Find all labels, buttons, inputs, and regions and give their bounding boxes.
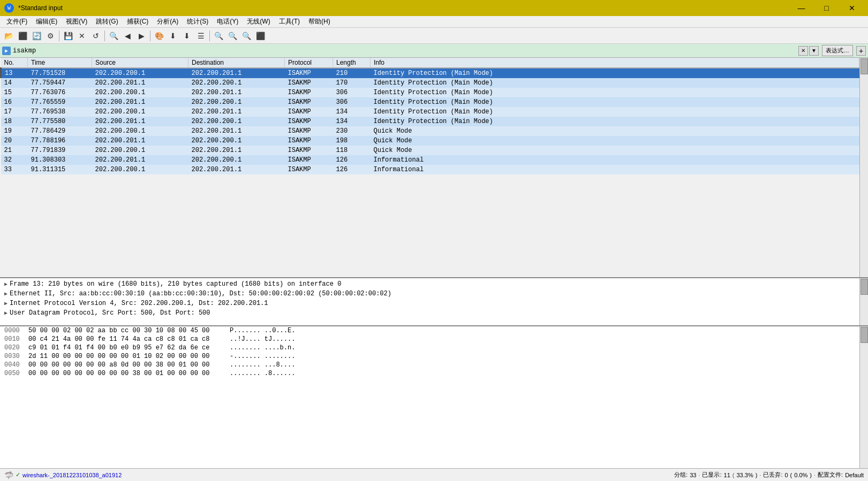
toolbar-open-button[interactable]: 📂	[2, 29, 15, 42]
table-row[interactable]: 3291.308303202.200.201.1202.200.200.1ISA…	[1, 155, 859, 165]
table-cell: 230	[333, 126, 371, 136]
table-cell: 202.200.201.1	[92, 78, 188, 88]
table-cell: 77.791839	[28, 146, 92, 155]
toolbar-save-button[interactable]: 💾	[62, 29, 74, 42]
table-cell: ISAKMP	[285, 107, 333, 117]
status-drop-pct: (	[790, 472, 792, 478]
hex-bytes: 00 00 00 00 00 00 00 a8 0d 00 00 38 00 0…	[28, 361, 221, 369]
status-sep-3: ·	[814, 472, 816, 478]
hex-offset: 0050	[4, 370, 28, 377]
minimize-button[interactable]: —	[789, 3, 813, 13]
hex-bytes: c9 01 01 f4 01 f4 00 b0 e0 b9 95 e7 62 d…	[28, 344, 221, 352]
toolbar-find-button[interactable]: 🔍	[107, 29, 120, 42]
toolbar-scroll-down2-button[interactable]: ⬇	[180, 29, 193, 42]
table-cell: 134	[333, 107, 371, 117]
menu-help[interactable]: 帮助(H)	[304, 16, 335, 27]
filter-bookmark-button[interactable]: ▼	[809, 46, 819, 56]
toolbar-close-button[interactable]: ✕	[76, 29, 88, 42]
menu-statistics[interactable]: 统计(S)	[183, 16, 213, 27]
table-row[interactable]: 1477.759447202.200.201.1202.200.200.1ISA…	[1, 78, 859, 88]
expression-button[interactable]: 表达式…	[822, 45, 853, 56]
close-button[interactable]: ✕	[840, 3, 864, 13]
table-row[interactable]: 1377.751528202.200.200.1202.200.201.1ISA…	[1, 68, 859, 78]
status-shark-icon: 🦈	[4, 471, 13, 479]
toolbar-zoom-in-button[interactable]: 🔍	[212, 29, 225, 42]
toolbar-resize-button[interactable]: ⬛	[254, 29, 267, 42]
menu-view[interactable]: 视图(V)	[62, 16, 92, 27]
toolbar-options-button[interactable]: ⚙	[44, 29, 57, 42]
status-checkmark: ✓	[16, 471, 20, 478]
status-sep-2: ·	[759, 472, 761, 478]
toolbar-restart-button[interactable]: 🔄	[30, 29, 43, 42]
toolbar-reload-button[interactable]: ↺	[89, 29, 102, 42]
table-row[interactable]: 2177.791839202.200.200.1202.200.201.1ISA…	[1, 146, 859, 155]
menu-tools[interactable]: 工具(T)	[275, 16, 304, 27]
packet-list-scrollbar[interactable]	[859, 58, 868, 277]
table-row[interactable]: 1977.786429202.200.200.1202.200.201.1ISA…	[1, 126, 859, 136]
hex-offset: 0040	[4, 361, 28, 369]
detail-scrollbar[interactable]	[859, 278, 868, 325]
packet-list-scrollbar-thumb[interactable]	[861, 58, 868, 74]
table-cell: 202.200.201.1	[188, 146, 285, 155]
filter-bar: ▶ ✕ ▼ 表达式… +	[0, 44, 868, 58]
col-header-source: Source	[92, 58, 188, 68]
table-cell: 118	[333, 146, 371, 155]
menu-wireless[interactable]: 无线(W)	[243, 16, 274, 27]
toolbar-colorize-button[interactable]: 🎨	[153, 29, 165, 42]
toolbar-sep-1	[59, 30, 59, 41]
table-row[interactable]: 1877.775580202.200.201.1202.200.200.1ISA…	[1, 117, 859, 126]
table-row[interactable]: 2077.788196202.200.201.1202.200.200.1ISA…	[1, 136, 859, 146]
toolbar-zoom-normal-button[interactable]: 🔍	[240, 29, 253, 42]
table-cell: 202.200.200.1	[92, 165, 188, 174]
table-cell: ISAKMP	[285, 88, 333, 97]
menu-phone[interactable]: 电话(Y)	[213, 16, 243, 27]
filter-clear-button[interactable]: ✕	[798, 46, 808, 56]
hex-container: 0000 50 00 00 02 00 02 aa bb cc 00 30 10…	[0, 325, 868, 468]
detail-scrollbar-thumb[interactable]	[861, 279, 868, 295]
menu-jump[interactable]: 跳转(G)	[92, 16, 122, 27]
table-row[interactable]: 3391.311315202.200.200.1202.200.201.1ISA…	[1, 165, 859, 174]
status-bar: 🦈 ✓ wireshark-_20181223101038_a01912 分组:…	[0, 468, 868, 481]
hex-row: 0050 00 00 00 00 00 00 00 00 00 38 00 01…	[0, 369, 859, 378]
table-row[interactable]: 1777.769538202.200.200.1202.200.201.1ISA…	[1, 107, 859, 117]
packet-list-container: No. Time Source Destination Protocol Len…	[0, 58, 868, 277]
menu-analyze[interactable]: 分析(A)	[153, 16, 183, 27]
table-cell: Quick Mode	[371, 126, 859, 136]
table-cell: ISAKMP	[285, 117, 333, 126]
table-row[interactable]: 1577.763076202.200.200.1202.200.201.1ISA…	[1, 88, 859, 97]
toolbar-stop-button[interactable]: ⬛	[16, 29, 29, 42]
hex-scrollbar[interactable]	[859, 326, 868, 468]
maximize-button[interactable]: □	[814, 3, 839, 13]
col-header-protocol: Protocol	[285, 58, 333, 68]
toolbar-zoom-out-button[interactable]: 🔍	[226, 29, 239, 42]
menu-file[interactable]: 文件(F)	[2, 16, 32, 27]
wireshark-logo-icon: W	[4, 3, 14, 13]
hex-offset: 0030	[4, 353, 28, 360]
table-cell: 20	[1, 136, 28, 146]
table-cell: 202.200.201.1	[188, 68, 285, 78]
menu-edit[interactable]: 编辑(E)	[32, 16, 62, 27]
table-cell: 202.200.200.1	[92, 146, 188, 155]
status-display-count: 11	[724, 472, 730, 478]
table-cell: 91.311315	[28, 165, 92, 174]
filter-input[interactable]	[13, 45, 798, 56]
detail-row-ip[interactable]: ▶ Internet Protocol Version 4, Src: 202.…	[0, 299, 859, 308]
toolbar-list-button[interactable]: ☰	[194, 29, 207, 42]
table-cell: 202.200.200.1	[92, 68, 188, 78]
detail-row-frame[interactable]: ▶ Frame 13: 210 bytes on wire (1680 bits…	[0, 279, 859, 289]
detail-row-udp[interactable]: ▶ User Datagram Protocol, Src Port: 500,…	[0, 308, 859, 318]
menu-capture[interactable]: 捕获(C)	[123, 16, 153, 27]
toolbar-sep-2	[104, 30, 105, 41]
toolbar-scroll-down-button[interactable]: ⬇	[167, 29, 179, 42]
hex-scrollbar-thumb[interactable]	[861, 327, 868, 343]
detail-udp-text: User Datagram Protocol, Src Port: 500, D…	[10, 309, 210, 317]
table-cell: 32	[1, 155, 28, 165]
expand-frame-icon: ▶	[4, 281, 7, 287]
table-cell: ISAKMP	[285, 126, 333, 136]
add-filter-button[interactable]: +	[856, 46, 866, 56]
hex-offset: 0020	[4, 344, 28, 352]
toolbar-prev-button[interactable]: ◀	[121, 29, 134, 42]
detail-row-ethernet[interactable]: ▶ Ethernet II, Src: aa:bb:cc:00:30:10 (a…	[0, 289, 859, 299]
toolbar-next-button[interactable]: ▶	[135, 29, 148, 42]
table-row[interactable]: 1677.765559202.200.201.1202.200.200.1ISA…	[1, 97, 859, 107]
